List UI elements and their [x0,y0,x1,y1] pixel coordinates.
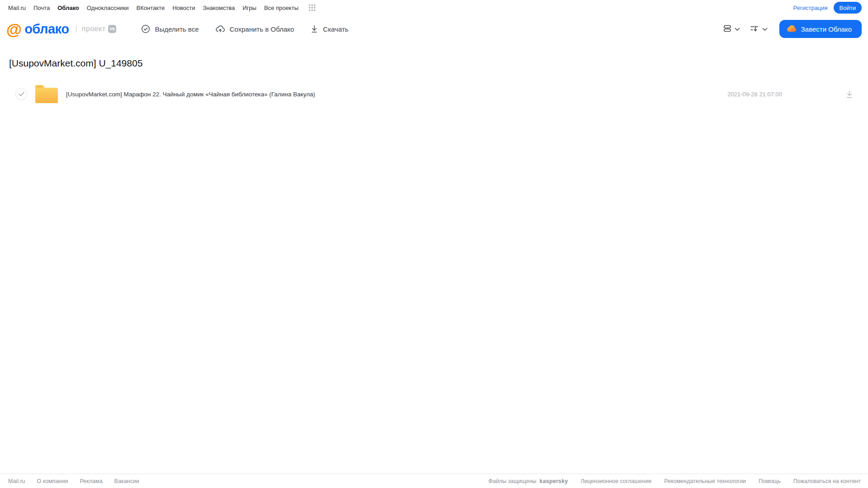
download-label: Скачать [323,25,348,33]
get-cloud-label: Завести Облако [801,25,852,33]
circle-check-icon [141,24,150,33]
registration-link[interactable]: Регистрация [793,5,828,11]
save-to-cloud-button[interactable]: Сохранить в Облако [215,24,294,33]
topbar-right: Регистрация Войти [793,2,862,14]
save-to-cloud-label: Сохранить в Облако [230,25,294,33]
vk-logo-icon: VK [108,25,116,33]
footer-link-jobs[interactable]: Вакансии [114,478,139,484]
view-mode-icon [723,24,731,34]
footer-link-help[interactable]: Помощь [759,478,780,484]
select-all-button[interactable]: Выделить все [141,24,199,33]
kaspersky-protection: Файлы защищены kaspersky [489,478,568,484]
sort-dropdown[interactable] [750,24,768,34]
cloud-icon [787,25,797,33]
get-cloud-button[interactable]: Завести Облако [779,20,862,38]
apps-grid-icon[interactable] [309,5,315,11]
page-footer: Mail.ru О компании Реклама Вакансии Файл… [0,474,868,488]
cloud-logo[interactable]: @ облако | проект VK [6,21,116,37]
nav-link-vse-proekty[interactable]: Все проекты [264,5,299,11]
footer-right-links: Файлы защищены kaspersky Лицензионное со… [489,478,861,484]
chevron-down-icon [762,26,768,33]
nav-link-vkontakte[interactable]: ВКонтакте [137,5,165,11]
nav-link-znakomstva[interactable]: Знакомства [203,5,235,11]
file-toolbar: Выделить все Сохранить в Облако Скачат [141,24,348,33]
kaspersky-logo[interactable]: kaspersky [540,478,568,484]
project-label: проект [82,25,106,33]
nav-link-pochta[interactable]: Почта [33,5,50,11]
file-date: 2021-09-28 21:07:00 [727,91,782,98]
nav-link-novosti[interactable]: Новости [172,5,195,11]
footer-link-license[interactable]: Лицензионное соглашение [581,478,652,484]
chevron-down-icon [735,26,740,33]
row-checkbox[interactable] [15,88,27,100]
mailru-at-icon: @ [6,21,22,37]
sort-icon [750,24,759,34]
page-title: [UsupovMarket.com] U_149805 [9,58,868,69]
file-name[interactable]: [UsupovMarket.com] Марафон 22. Чайный до… [66,91,727,98]
footer-link-report-content[interactable]: Пожаловаться на контент [793,478,861,484]
cloud-upload-icon [215,24,225,33]
portal-nav: Mail.ru Почта Облако Одноклассники ВКонт… [8,5,315,11]
logo-separator: | [75,25,77,33]
footer-left-links: Mail.ru О компании Реклама Вакансии [8,478,139,484]
footer-link-mailru[interactable]: Mail.ru [8,478,25,484]
nav-link-oblako[interactable]: Облако [57,5,79,11]
header-right-controls: Завести Облако [723,20,862,38]
view-mode-dropdown[interactable] [723,24,740,34]
download-icon [845,90,854,99]
folder-icon [35,85,58,103]
portal-topbar: Mail.ru Почта Облако Одноклассники ВКонт… [0,0,868,15]
footer-link-recommendation-tech[interactable]: Рекомендательные технологии [664,478,746,484]
nav-link-mailru[interactable]: Mail.ru [8,5,26,11]
select-all-label: Выделить все [155,25,199,33]
protected-by-label: Файлы защищены [489,478,536,484]
login-button[interactable]: Войти [834,2,862,14]
download-button[interactable]: Скачать [310,24,348,33]
cloud-logo-text: облако [24,22,69,37]
file-row[interactable]: [UsupovMarket.com] Марафон 22. Чайный до… [0,81,868,107]
download-icon [310,24,318,33]
footer-link-about[interactable]: О компании [37,478,68,484]
nav-link-igry[interactable]: Игры [242,5,256,11]
nav-link-odnoklassniki[interactable]: Одноклассники [87,5,129,11]
check-icon [19,92,24,97]
file-download-button[interactable] [844,89,854,99]
cloud-header: @ облако | проект VK Выделить все [0,15,868,43]
main-content: [UsupovMarket.com] U_149805 [0,43,868,69]
footer-link-ads[interactable]: Реклама [80,478,102,484]
